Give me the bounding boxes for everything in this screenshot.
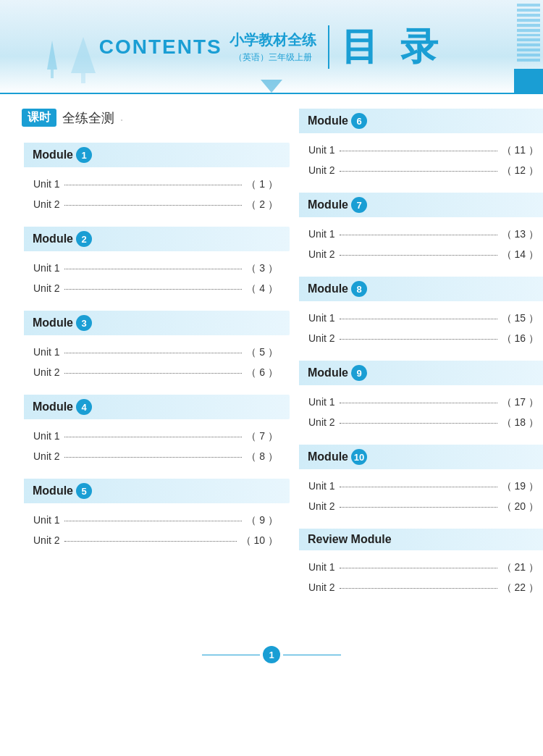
unit-dots bbox=[340, 339, 497, 340]
unit-row: Unit 2（ 14 ） bbox=[297, 245, 543, 265]
unit-name: Unit 2 bbox=[33, 366, 60, 378]
footer-line-right bbox=[283, 655, 341, 655]
unit-name: Unit 2 bbox=[308, 581, 335, 593]
unit-dots bbox=[340, 487, 497, 487]
unit-page: （ 11 ） bbox=[502, 144, 539, 157]
unit-row: Unit 1（ 21 ） bbox=[297, 558, 543, 578]
module-header: Module5 bbox=[22, 479, 290, 503]
unit-row: Unit 1（ 11 ） bbox=[297, 140, 543, 161]
module-label: Module bbox=[33, 316, 73, 329]
unit-name: Unit 2 bbox=[308, 164, 335, 176]
unit-dots bbox=[340, 568, 497, 568]
unit-name: Unit 1 bbox=[308, 312, 335, 324]
unit-name: Unit 2 bbox=[308, 248, 335, 260]
module-header: Module9 bbox=[297, 361, 543, 385]
header-arrow bbox=[261, 80, 282, 94]
unit-page: （ 1 ） bbox=[246, 178, 278, 191]
unit-dots bbox=[340, 319, 497, 319]
module-label: Module bbox=[308, 450, 348, 463]
contents-label: CONTENTS bbox=[99, 35, 222, 59]
module-block: Module6Unit 1（ 11 ）Unit 2（ 12 ） bbox=[297, 109, 543, 181]
module-number: 2 bbox=[76, 231, 92, 247]
unit-name: Unit 2 bbox=[33, 534, 60, 546]
unit-row: Unit 2（ 18 ） bbox=[297, 413, 543, 433]
header-divider bbox=[328, 25, 329, 69]
unit-dots bbox=[64, 185, 243, 185]
unit-page: （ 21 ） bbox=[502, 561, 539, 574]
unit-dots bbox=[340, 151, 497, 151]
unit-name: Unit 2 bbox=[33, 198, 60, 210]
unit-page: （ 17 ） bbox=[502, 396, 539, 409]
keshi-badge: 课时 bbox=[22, 109, 56, 127]
svg-marker-2 bbox=[71, 37, 96, 73]
unit-row: Unit 2（ 4 ） bbox=[22, 279, 290, 299]
left-modules: Module1Unit 1（ 1 ）Unit 2（ 2 ）Module2Unit… bbox=[22, 143, 290, 551]
unit-page: （ 10 ） bbox=[241, 534, 278, 547]
page-number: 1 bbox=[263, 646, 280, 663]
svg-rect-1 bbox=[51, 70, 54, 78]
unit-name: Unit 1 bbox=[308, 144, 335, 156]
unit-dots bbox=[340, 255, 497, 256]
module-label: Module bbox=[33, 232, 73, 245]
unit-name: Unit 1 bbox=[33, 262, 60, 274]
unit-name: Unit 1 bbox=[308, 396, 335, 408]
right-modules: Module6Unit 1（ 11 ）Unit 2（ 12 ）Module7Un… bbox=[297, 109, 543, 598]
unit-dots bbox=[340, 171, 497, 172]
module-number: 5 bbox=[76, 483, 92, 499]
svg-marker-4 bbox=[261, 80, 282, 93]
module-header: Module8 bbox=[297, 277, 543, 301]
unit-row: Unit 1（ 3 ） bbox=[22, 259, 290, 279]
module-label: Module bbox=[308, 282, 348, 295]
svg-rect-3 bbox=[81, 73, 85, 83]
unit-page: （ 3 ） bbox=[246, 262, 278, 275]
main-content: 课时 全练全测 。 Module1Unit 1（ 1 ）Unit 2（ 2 ）M… bbox=[0, 94, 543, 639]
module-block: Module10Unit 1（ 19 ）Unit 2（ 20 ） bbox=[297, 445, 543, 517]
unit-dots bbox=[64, 457, 243, 458]
unit-page: （ 7 ） bbox=[246, 430, 278, 443]
module-label: Module bbox=[308, 114, 348, 127]
module-header: Review Module bbox=[297, 529, 543, 550]
module-block: Module3Unit 1（ 5 ）Unit 2（ 6 ） bbox=[22, 311, 290, 383]
book-subtitle: （英语）三年级上册 bbox=[234, 51, 312, 64]
unit-page: （ 4 ） bbox=[246, 282, 278, 295]
unit-name: Unit 2 bbox=[308, 500, 335, 512]
unit-row: Unit 1（ 5 ） bbox=[22, 343, 290, 363]
header-blue-box bbox=[514, 69, 543, 94]
unit-page: （ 18 ） bbox=[502, 416, 539, 429]
module-header: Module10 bbox=[297, 445, 543, 469]
unit-row: Unit 2（ 2 ） bbox=[22, 195, 290, 215]
keshi-text: 全练全测 bbox=[62, 109, 114, 127]
module-block: Module1Unit 1（ 1 ）Unit 2（ 2 ） bbox=[22, 143, 290, 215]
unit-dots bbox=[340, 423, 497, 424]
left-column: 课时 全练全测 。 Module1Unit 1（ 1 ）Unit 2（ 2 ）M… bbox=[22, 109, 290, 610]
unit-row: Unit 2（ 8 ） bbox=[22, 447, 290, 467]
module-block: Module5Unit 1（ 9 ）Unit 2（ 10 ） bbox=[22, 479, 290, 551]
module-block: Module2Unit 1（ 3 ）Unit 2（ 4 ） bbox=[22, 227, 290, 299]
module-header: Module6 bbox=[297, 109, 543, 133]
module-label: Review Module bbox=[308, 533, 392, 546]
module-number: 6 bbox=[351, 113, 367, 129]
unit-name: Unit 2 bbox=[308, 332, 335, 344]
unit-page: （ 14 ） bbox=[502, 248, 539, 261]
unit-row: Unit 2（ 10 ） bbox=[22, 531, 290, 551]
module-number: 7 bbox=[351, 197, 367, 213]
unit-row: Unit 1（ 17 ） bbox=[297, 392, 543, 413]
unit-dots bbox=[64, 521, 243, 521]
unit-page: （ 20 ） bbox=[502, 500, 539, 513]
unit-dots bbox=[64, 437, 243, 437]
keshi-section: 课时 全练全测 。 bbox=[22, 109, 290, 127]
module-label: Module bbox=[308, 198, 348, 211]
header-center: CONTENTS 小学教材全练 （英语）三年级上册 目 录 bbox=[99, 22, 444, 72]
unit-name: Unit 2 bbox=[33, 282, 60, 294]
module-number: 3 bbox=[76, 315, 92, 331]
unit-row: Unit 1（ 13 ） bbox=[297, 224, 543, 245]
unit-name: Unit 2 bbox=[33, 450, 60, 462]
unit-name: Unit 1 bbox=[308, 561, 335, 573]
unit-page: （ 22 ） bbox=[502, 581, 539, 595]
unit-row: Unit 1（ 15 ） bbox=[297, 308, 543, 329]
unit-dots bbox=[64, 289, 243, 290]
svg-marker-0 bbox=[47, 41, 57, 70]
decorative-trees bbox=[43, 33, 101, 87]
module-label: Module bbox=[33, 148, 73, 161]
unit-name: Unit 1 bbox=[33, 514, 60, 526]
